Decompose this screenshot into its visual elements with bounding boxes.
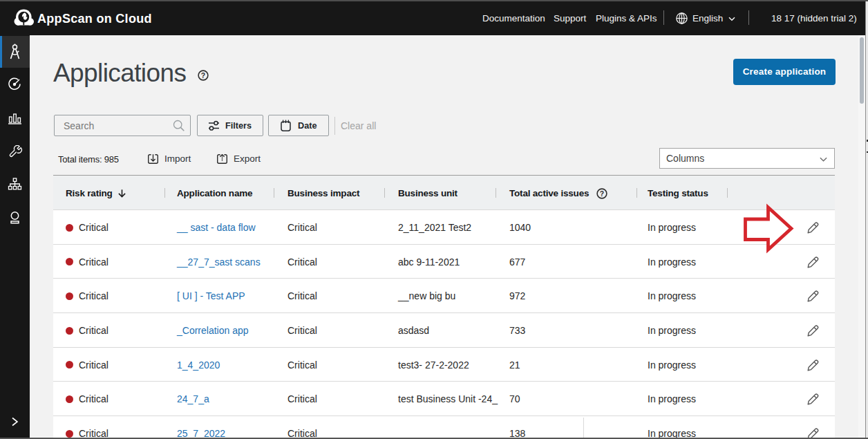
svg-text:?: ? [600,189,604,197]
svg-text:?: ? [201,71,205,79]
